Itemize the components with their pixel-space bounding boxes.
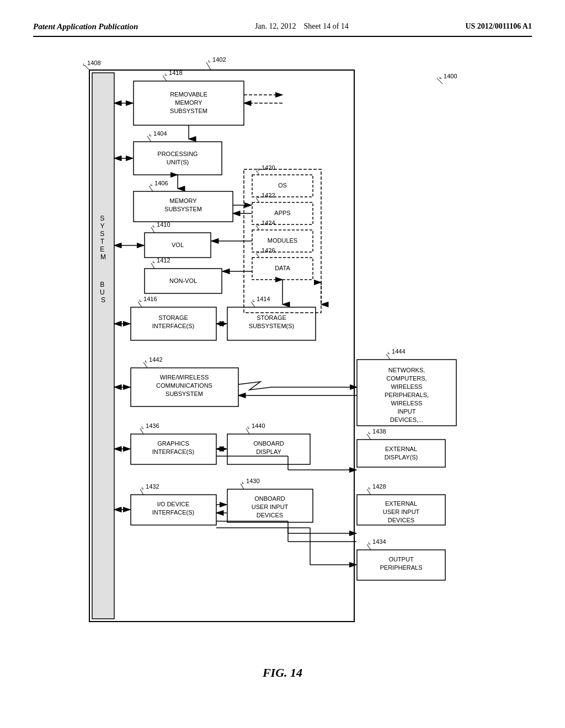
svg-text:STORAGEINTERFACE(S): STORAGEINTERFACE(S) xyxy=(152,314,194,329)
page-header: Patent Application Publication Jan. 12, … xyxy=(33,22,532,37)
svg-text:ONBOARDUSER INPUTDEVICES: ONBOARDUSER INPUTDEVICES xyxy=(252,495,289,518)
svg-text:WIRE/WIRELESSCOMMUNICATIONSSUB: WIRE/WIRELESSCOMMUNICATIONSSUBSYSTEM xyxy=(156,374,212,397)
svg-line-65 xyxy=(138,302,142,307)
svg-text:⌞ 1408: ⌞ 1408 xyxy=(83,60,101,66)
svg-text:⌞ 1428: ⌞ 1428 xyxy=(368,483,386,490)
svg-text:APPS: APPS xyxy=(274,210,290,216)
svg-text:I/O DEVICEINTERFACE(S): I/O DEVICEINTERFACE(S) xyxy=(152,501,194,516)
svg-text:⌞ 1414: ⌞ 1414 xyxy=(252,296,270,302)
svg-line-43 xyxy=(256,253,259,258)
svg-text:EXTERNALUSER INPUTDEVICES: EXTERNALUSER INPUTDEVICES xyxy=(383,500,420,523)
svg-text:PROCESSINGUNIT(S): PROCESSINGUNIT(S) xyxy=(157,151,198,165)
svg-text:REMOVABLEMEMORYSUBSYSTEM: REMOVABLEMEMORYSUBSYSTEM xyxy=(170,91,207,114)
svg-text:ONBOARDDISPLAY: ONBOARDDISPLAY xyxy=(253,440,284,455)
svg-line-107 xyxy=(140,489,143,495)
svg-text:S
        Y
        S
        : S Y S T E M xyxy=(100,215,106,261)
svg-line-16 xyxy=(163,76,167,81)
svg-text:⌞ 1402: ⌞ 1402 xyxy=(208,56,226,63)
svg-rect-11 xyxy=(92,73,114,619)
svg-line-82 xyxy=(386,354,390,360)
svg-text:MODULES: MODULES xyxy=(268,237,297,244)
svg-text:DATA: DATA xyxy=(275,265,290,271)
svg-text:⌞ 1442: ⌞ 1442 xyxy=(145,356,163,363)
svg-line-35 xyxy=(256,198,259,202)
svg-line-75 xyxy=(143,362,147,368)
header-center: Jan. 12, 2012 Sheet 14 of 14 xyxy=(255,22,349,31)
svg-text:OS: OS xyxy=(278,182,287,189)
svg-text:⌞ 1444: ⌞ 1444 xyxy=(387,348,406,355)
svg-text:OUTPUTPERIPHERALS: OUTPUTPERIPHERALS xyxy=(380,556,422,571)
svg-text:⌞ 1424: ⌞ 1424 xyxy=(257,220,275,226)
svg-line-103 xyxy=(241,484,244,489)
svg-line-5 xyxy=(85,66,89,70)
svg-text:⌞ 1404: ⌞ 1404 xyxy=(149,130,167,137)
patent-page: Patent Application Publication Jan. 12, … xyxy=(0,0,565,728)
svg-line-91 xyxy=(246,429,249,434)
svg-text:⌞ 1422: ⌞ 1422 xyxy=(257,192,275,199)
svg-text:⌞ 1406: ⌞ 1406 xyxy=(150,180,168,186)
figure-caption: FIG. 14 xyxy=(33,666,532,680)
svg-text:⌞ 1426: ⌞ 1426 xyxy=(257,247,275,254)
header-title: Patent Application Publication xyxy=(33,22,138,31)
svg-text:NETWORKS,COMPUTERS,WIRELESSPER: NETWORKS,COMPUTERS,WIRELESSPERIPHERALS,W… xyxy=(385,367,429,423)
svg-text:⌞ 1430: ⌞ 1430 xyxy=(242,478,260,484)
svg-text:NON-VOL: NON-VOL xyxy=(169,277,197,284)
svg-text:GRAPHICSINTERFACE(S): GRAPHICSINTERFACE(S) xyxy=(152,440,194,455)
svg-text:⌞ 1400: ⌞ 1400 xyxy=(439,73,457,79)
header-patent-number: US 2012/0011106 A1 xyxy=(465,22,532,31)
patent-diagram: .label { font-family: Arial, sans-serif;… xyxy=(45,53,520,649)
svg-line-31 xyxy=(256,170,259,175)
svg-text:⌞ 1438: ⌞ 1438 xyxy=(368,428,386,435)
svg-text:⌞ 1434: ⌞ 1434 xyxy=(368,538,386,545)
svg-line-114 xyxy=(367,489,371,495)
svg-line-7 xyxy=(206,62,211,70)
svg-text:⌞ 1418: ⌞ 1418 xyxy=(164,69,183,76)
svg-text:STORAGESUBSYSTEM(S): STORAGESUBSYSTEM(S) xyxy=(249,314,295,329)
svg-line-59 xyxy=(151,263,154,269)
svg-text:⌞ 1436: ⌞ 1436 xyxy=(141,422,159,429)
svg-text:VOL: VOL xyxy=(172,242,184,248)
svg-line-47 xyxy=(149,186,153,191)
svg-line-86 xyxy=(140,429,143,434)
svg-text:⌞ 1440: ⌞ 1440 xyxy=(247,422,265,429)
svg-text:EXTERNALDISPLAY(S): EXTERNALDISPLAY(S) xyxy=(385,446,418,461)
svg-text:⌞ 1420: ⌞ 1420 xyxy=(257,164,275,171)
svg-text:⌞ 1432: ⌞ 1432 xyxy=(141,483,159,490)
svg-text:⌞ 1410: ⌞ 1410 xyxy=(152,221,170,228)
svg-line-96 xyxy=(367,434,371,440)
svg-text:⌞ 1412: ⌞ 1412 xyxy=(152,257,170,264)
svg-line-123 xyxy=(367,544,371,550)
svg-text:⌞ 1416: ⌞ 1416 xyxy=(139,296,157,302)
diagram-container: .label { font-family: Arial, sans-serif;… xyxy=(45,53,520,649)
svg-line-24 xyxy=(147,136,151,142)
svg-line-39 xyxy=(256,226,259,230)
svg-line-69 xyxy=(251,302,255,307)
svg-text:MEMORYSUBSYSTEM: MEMORYSUBSYSTEM xyxy=(164,197,202,212)
svg-line-53 xyxy=(151,227,154,233)
